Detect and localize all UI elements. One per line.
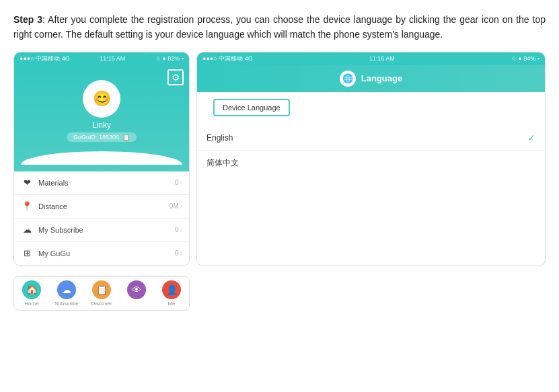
screenshots-row: ●●●○ 中国移动 4G 11:15 AM ☆ ● 82% ▪ ⚙ 😊 Link… — [13, 52, 546, 266]
gear-button[interactable]: ⚙ — [167, 69, 184, 85]
language-option-english[interactable]: English ✓ — [197, 126, 545, 151]
bnav-subscribe[interactable]: ☁ Subscribe — [49, 280, 84, 307]
eye-nav-icon: 👁 — [127, 280, 146, 299]
materials-icon: ❤ — [21, 177, 33, 189]
gear-icon: ⚙ — [172, 72, 180, 83]
distance-value: 0M — [170, 202, 179, 210]
subscribe-label: My Subscribe — [38, 226, 175, 234]
guid-bar: GuGuID: 185306 📋 — [67, 132, 137, 142]
right-status-icons: ☆ ● 84% ▪ — [511, 55, 539, 62]
english-label: English — [207, 133, 233, 143]
mygugu-arrow: › — [180, 249, 182, 257]
distance-icon: 📍 — [21, 200, 33, 212]
avatar: 😊 — [83, 80, 120, 118]
me-nav-label: Me — [167, 301, 175, 307]
bottom-row: 🏠 Home ☁ Subscribe 📋 Discover 👁 👤 Me — [13, 276, 546, 311]
discover-nav-label: Discover — [91, 301, 112, 307]
step-description: Step 3: After you complete the registrat… — [13, 12, 546, 42]
left-time: 11:15 AM — [100, 55, 125, 62]
bottom-partial-screenshot: 🏠 Home ☁ Subscribe 📋 Discover 👁 👤 Me — [13, 276, 190, 311]
subscribe-value: 0 — [175, 226, 179, 233]
bnav-eye[interactable]: 👁 — [119, 280, 154, 307]
mygugu-icon: ⊞ — [21, 247, 33, 260]
materials-arrow: › — [180, 179, 182, 186]
chinese-label: 简体中文 — [207, 158, 239, 167]
language-option-chinese[interactable]: 简体中文 — [197, 151, 545, 175]
mygugu-label: My GuGu — [38, 249, 175, 258]
right-carrier: ●●●○ 中国移动 4G — [202, 54, 253, 63]
home-nav-icon: 🏠 — [22, 280, 41, 299]
subscribe-arrow: › — [180, 226, 182, 233]
distance-arrow: › — [180, 202, 182, 210]
left-teal-bg: ⚙ 😊 Linky GuGuID: 185306 📋 — [14, 65, 189, 171]
me-nav-icon: 👤 — [162, 280, 181, 299]
bnav-discover[interactable]: 📋 Discover — [84, 280, 119, 307]
left-status-bar: ●●●○ 中国移动 4G 11:15 AM ☆ ● 82% ▪ — [14, 52, 189, 65]
language-header: 🌐 Language — [197, 65, 545, 92]
avatar-emoji: 😊 — [93, 90, 111, 108]
distance-label: Distance — [38, 202, 170, 210]
right-time: 11:16 AM — [369, 55, 395, 62]
menu-item-mygugu[interactable]: ⊞ My GuGu 0 › — [14, 242, 189, 266]
subscribe-icon: ☁ — [21, 224, 33, 236]
mygugu-value: 0 — [175, 249, 179, 257]
left-status-icons: ☆ ● 82% ▪ — [155, 55, 184, 62]
home-nav-label: Home — [24, 301, 38, 307]
guid-text: GuGuID: 185306 — [73, 134, 119, 141]
right-status-bar: ●●●○ 中国移动 4G 11:16 AM ☆ ● 84% ▪ — [197, 52, 545, 65]
language-globe-icon: 🌐 — [340, 71, 356, 87]
language-header-title: Language — [361, 73, 402, 83]
right-phone-screenshot: ●●●○ 中国移动 4G 11:16 AM ☆ ● 84% ▪ 🌐 Langua… — [196, 52, 546, 266]
bnav-home[interactable]: 🏠 Home — [14, 280, 49, 307]
english-check-icon: ✓ — [527, 132, 535, 143]
cloud-divider — [21, 151, 182, 165]
device-language-button[interactable]: Device Language — [213, 99, 290, 116]
avatar-name: Linky — [92, 120, 111, 130]
materials-label: Materials — [38, 179, 175, 187]
menu-item-distance[interactable]: 📍 Distance 0M › — [14, 195, 189, 219]
left-carrier: ●●●○ 中国移动 4G — [20, 54, 70, 63]
bottom-nav-bar: 🏠 Home ☁ Subscribe 📋 Discover 👁 👤 Me — [14, 276, 189, 310]
discover-nav-icon: 📋 — [92, 280, 111, 299]
materials-value: 0 — [175, 179, 179, 186]
bnav-me[interactable]: 👤 Me — [154, 280, 189, 307]
subscribe-nav-label: Subscribe — [54, 301, 79, 307]
device-lang-container: Device Language — [197, 92, 545, 126]
subscribe-nav-icon: ☁ — [57, 280, 76, 299]
left-phone-screenshot: ●●●○ 中国移动 4G 11:15 AM ☆ ● 82% ▪ ⚙ 😊 Link… — [13, 52, 190, 266]
menu-item-subscribe[interactable]: ☁ My Subscribe 0 › — [14, 219, 189, 242]
step-label: Step 3 — [13, 14, 42, 25]
menu-item-materials[interactable]: ❤ Materials 0 › — [14, 171, 189, 195]
menu-items: ❤ Materials 0 › 📍 Distance 0M › ☁ My Sub… — [14, 171, 189, 266]
